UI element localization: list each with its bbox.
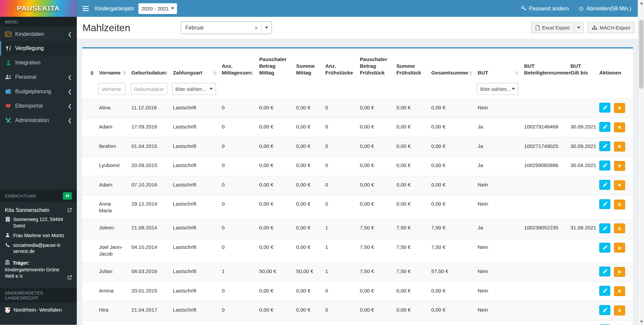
cell-but_nummer: 100279146468 [521, 118, 567, 138]
vertical-scrollbar[interactable] [638, 0, 644, 325]
edit-row-button[interactable] [599, 242, 610, 252]
cell-zahlungsart: Lastschrift [170, 238, 219, 263]
edit-row-button[interactable] [599, 161, 610, 170]
edit-row-button[interactable] [599, 180, 610, 189]
cell-vorname: Anna Maria [96, 195, 128, 219]
cell-anz_mittagessen: 0 [218, 157, 256, 176]
landesrecht-item[interactable]: Nordrhein- Westfalen [0, 303, 77, 318]
chevron-down-icon [171, 7, 174, 9]
column-header-index[interactable] [82, 51, 96, 81]
switch-facility-button[interactable] [63, 192, 72, 200]
scroll-up-arrow-icon[interactable] [638, 0, 644, 6]
geburtsdatum-filter-input[interactable] [130, 83, 167, 95]
cell-aktionen: × [596, 118, 633, 138]
scroll-down-arrow-icon[interactable] [638, 319, 644, 325]
edit-row-button[interactable] [599, 122, 610, 132]
menu-toggle-button[interactable] [77, 0, 94, 17]
delete-row-button[interactable]: × [614, 103, 625, 113]
external-link-icon[interactable] [67, 208, 72, 212]
close-x-icon: × [618, 201, 622, 208]
table-row: Hira21.04.2017Lastschrift00,00 €0,00 €00… [82, 301, 633, 321]
delete-row-button[interactable]: × [614, 305, 625, 315]
edit-pencil-icon [602, 144, 607, 149]
column-header-gesamtsumme[interactable]: Gesamtsumme [428, 51, 474, 81]
cell-geburtsdatum: 29.12.2014 [128, 195, 170, 219]
column-header-aktionen: Aktionen [596, 51, 633, 81]
edit-row-button[interactable] [599, 223, 610, 233]
delete-row-button[interactable]: × [614, 267, 625, 276]
cell-gesamtsumme: 0,00 € [428, 118, 474, 138]
delete-row-button[interactable]: × [614, 243, 625, 253]
month-filter-select[interactable]: Februar × [181, 21, 272, 34]
delete-row-button[interactable]: × [614, 223, 625, 233]
close-x-icon: × [618, 268, 622, 275]
edit-row-button[interactable] [599, 103, 610, 112]
column-header-but[interactable]: BUT [474, 51, 521, 81]
year-select[interactable]: 2020 - 2021 [139, 3, 177, 14]
column-header-anz_mittagessen[interactable]: Anz. Mittagessen [218, 51, 256, 81]
cell-aktionen: × [596, 195, 633, 219]
delete-row-button[interactable]: × [614, 161, 625, 170]
scrollbar-thumb[interactable] [639, 20, 643, 89]
cell-summe_fruehstueck: 0,00 € [393, 176, 428, 196]
delete-row-button[interactable]: × [614, 142, 625, 151]
cell-but_gilt_bis [567, 195, 596, 219]
clear-filter-icon[interactable]: × [251, 24, 261, 31]
change-password-button[interactable]: Passwort ändern [521, 5, 569, 11]
external-link-icon[interactable] [67, 275, 72, 279]
sidebar-item-administration[interactable]: Administration ❮ [0, 113, 77, 127]
close-x-icon: × [618, 244, 622, 251]
but-filter-select[interactable]: Bitte wählen... [477, 83, 519, 95]
delete-row-button[interactable]: × [614, 180, 625, 190]
delete-row-button[interactable]: × [614, 122, 625, 132]
logout-button[interactable]: Abmelden(58 Min.) [579, 5, 632, 11]
excel-export-button[interactable]: Excel Export [531, 22, 574, 33]
cell-gesamtsumme: 0,00 € [428, 321, 474, 325]
edit-row-button[interactable] [599, 324, 610, 325]
cell-geburtsdatum: 21.04.2017 [128, 301, 170, 321]
column-header-zahlungsart[interactable]: Zahlungsart [170, 51, 219, 81]
column-header-geburtsdatum[interactable]: Geburtsdatum [128, 51, 170, 81]
cell-anz_mittagessen: 0 [218, 238, 256, 263]
column-header-label: Summe Frühstück [396, 63, 421, 76]
column-header-label: Summe Mittag [296, 63, 315, 76]
column-header-pauschal_fruehstueck: Pauschaler Betrag Frühstück [357, 51, 393, 81]
cell-but_gilt_bis: 30.09.2021 [567, 138, 596, 157]
vorname-filter-input[interactable] [98, 83, 126, 95]
power-icon [579, 6, 584, 11]
cell-anz_fruehstuecke: 0 [322, 282, 357, 302]
sidebar-item-elternportal[interactable]: Elternportal ❮ [0, 99, 77, 113]
column-header-pauschal_mittag: Pauschaler Betrag Mittag [256, 51, 293, 81]
edit-row-button[interactable] [599, 199, 610, 209]
sort-icon [123, 71, 126, 75]
sidebar-item-kinderdaten[interactable]: Kinderdaten ❮ [0, 27, 77, 41]
edit-row-button[interactable] [599, 267, 610, 276]
excel-export-dropdown-button[interactable] [574, 22, 584, 33]
sidebar-item-budgetplanung[interactable]: Budgetplanung ❮ [0, 84, 77, 99]
pausekita-logo[interactable]: PAUSEKITA [0, 0, 77, 17]
child-icon [5, 60, 12, 65]
edit-pencil-icon [602, 226, 607, 231]
mach-export-button[interactable]: MACH-Export [587, 22, 635, 33]
column-header-vorname[interactable]: Vorname [96, 51, 128, 81]
zahlungsart-filter-select[interactable]: Bitte wählen... [172, 83, 216, 95]
meals-box: VornameGeburtsdatumZahlungsartAnz. Mitta… [82, 47, 633, 325]
cell-summe_fruehstueck: 0,00 € [393, 138, 428, 157]
sidebar-item-personal[interactable]: Personal ❮ [0, 70, 77, 84]
row-index-cell [82, 238, 96, 263]
page-title: Mahlzeiten [83, 22, 130, 34]
edit-row-button[interactable] [599, 141, 610, 151]
sidebar-item-verpflegung[interactable]: Verpflegung [0, 41, 77, 55]
column-header-label: BUT Gilt bis [571, 63, 588, 76]
cell-vorname: Ibrahim [96, 138, 128, 157]
edit-row-button[interactable] [599, 305, 610, 315]
delete-row-button[interactable]: × [614, 286, 625, 296]
chevron-down-icon [512, 88, 515, 90]
cell-geburtsdatum: 07.10.2016 [128, 176, 170, 196]
edit-row-button[interactable] [599, 286, 610, 295]
delete-row-button[interactable]: × [614, 325, 625, 325]
delete-row-button[interactable]: × [614, 199, 625, 209]
edit-pencil-icon [602, 182, 607, 187]
sidebar-item-integration[interactable]: Integration [0, 55, 77, 70]
landesrecht-value: Nordrhein- Westfalen [13, 307, 62, 313]
